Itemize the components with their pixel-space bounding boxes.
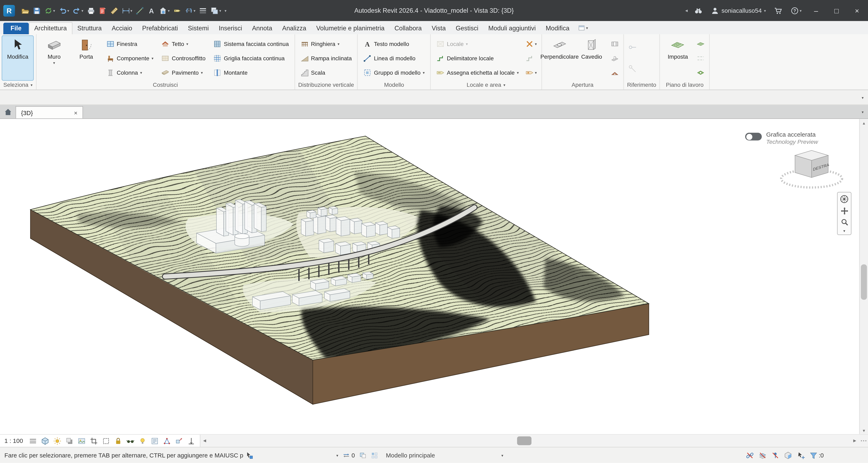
default-3d-view-button[interactable]: ▾ [157,5,172,16]
filter-button[interactable]: :0 [809,451,824,459]
scroll-down-icon[interactable]: ▼ [862,427,866,434]
close-view-icon[interactable]: × [74,109,78,116]
vertical-scrollbar[interactable]: ▲ ▼ [859,119,868,434]
pan-button[interactable] [840,207,848,215]
home-button[interactable] [0,105,16,119]
reveal-hidden-button[interactable] [138,436,147,445]
set-workplane-button[interactable]: Imposta [662,36,693,80]
reveal-constraints-button[interactable] [187,436,195,445]
thin-lines-button[interactable] [197,5,209,16]
select-links-toggle[interactable] [746,451,754,459]
drawing-area[interactable]: Grafica accelerata Technology Preview DE… [0,119,868,434]
accelerated-graphics-toggle[interactable] [745,133,762,140]
ribbon-display-toggle[interactable]: ▾ [578,24,588,34]
tab-annota[interactable]: Annota [247,23,277,34]
drag-on-selection-toggle[interactable] [797,451,805,459]
model-line-button[interactable]: Linea di modello [361,51,427,65]
sync-button[interactable]: ▾ [43,5,57,16]
options-bar-more-icon[interactable]: ▾ [862,95,864,99]
tab-gestisci[interactable]: Gestisci [451,23,484,34]
open-button[interactable] [19,5,31,16]
zoom-button[interactable] [840,218,848,226]
print-button[interactable] [85,5,97,16]
minimize-button[interactable]: – [808,3,824,18]
tab-file[interactable]: File [3,23,29,34]
tab-collabora[interactable]: Collabora [390,23,427,34]
app-store-button[interactable] [773,5,784,16]
worksets-button[interactable] [359,452,367,459]
panel-label-seleziona[interactable]: Seleziona▾ [0,80,36,90]
stair-button[interactable]: Scala [298,65,354,79]
tab-sistemi[interactable]: Sistemi [183,23,214,34]
horizontal-scrollbar[interactable]: ◀ ▶ [199,435,868,447]
search-button[interactable] [693,5,704,16]
tab-vista[interactable]: Vista [427,23,451,34]
status-expand-icon[interactable]: ▾ [336,453,338,457]
export-pdf-button[interactable] [97,5,108,16]
design-options-dropdown[interactable]: Modello principale ▾ [382,451,506,460]
design-options-button[interactable] [371,452,378,459]
workplane-viewer-button[interactable] [695,65,706,79]
scroll-up-icon[interactable]: ▲ [862,119,866,127]
detail-level-button[interactable] [29,436,37,445]
show-crop-button[interactable] [102,436,110,445]
roof-button[interactable]: Tetto▾ [159,37,208,51]
maximize-button[interactable]: □ [829,3,844,18]
revit-logo[interactable]: R [3,5,15,16]
vertical-scroll-thumb[interactable] [861,265,867,300]
select-by-face-toggle[interactable] [784,451,792,459]
area-tag-button[interactable]: ▾ [524,65,538,79]
tab-moduli-aggiuntivi[interactable]: Moduli aggiuntivi [484,23,541,34]
area-button[interactable]: ▾ [524,37,538,51]
rendering-button[interactable] [77,436,86,445]
tab-acciaio[interactable]: Acciaio [107,23,137,34]
redo-button[interactable]: ▾ [71,5,85,16]
model-text-button[interactable]: Testo modello [361,37,427,51]
component-button[interactable]: Componente▾ [104,51,156,65]
lock-3d-view-button[interactable] [114,436,122,445]
navbar-caret-icon[interactable]: ▾ [843,229,845,233]
ramp-button[interactable]: Rampa inclinata [298,51,354,65]
help-button[interactable]: ▾ [789,5,803,16]
show-workplane-button[interactable] [695,37,706,51]
wall-button[interactable]: Muro ▾ [39,36,70,80]
close-button[interactable]: × [849,3,865,18]
view-tabs-menu-icon[interactable]: ▾ [857,105,868,119]
view-tab-3d[interactable]: {3D} × [16,106,83,119]
opening-by-face-button[interactable]: Perpendicolare [544,36,575,80]
room-tag-button[interactable]: Assegna etichetta al locale▾ [434,65,521,79]
vertical-opening-button[interactable] [609,51,620,65]
model-group-button[interactable]: Gruppo di modello▾ [361,65,427,79]
crop-view-button[interactable] [90,436,98,445]
undo-button[interactable]: ▾ [57,5,71,16]
wall-opening-button[interactable] [609,37,620,51]
tab-analizza[interactable]: Analizza [277,23,311,34]
select-underlay-toggle[interactable] [758,451,767,459]
visual-style-button[interactable] [41,436,49,445]
section-button[interactable]: ▾ [183,5,197,16]
displacement-sets-button[interactable] [175,436,183,445]
temporary-view-properties-button[interactable] [150,436,158,445]
tag-button[interactable] [172,5,183,16]
temporary-hide-isolate-button[interactable] [126,436,134,445]
scroll-right-icon[interactable]: ▶ [850,439,859,443]
scroll-left-icon[interactable]: ◀ [200,439,209,443]
viewcube[interactable]: DESTRA [776,139,847,195]
dormer-opening-button[interactable] [609,65,620,79]
panel-label-locale-e-area[interactable]: Locale e area▾ [431,80,541,90]
text-button[interactable] [146,5,157,16]
horizontal-scroll-thumb[interactable] [517,436,531,445]
railing-button[interactable]: Ringhiera▾ [298,37,354,51]
switch-windows-button[interactable]: ▾ [209,5,223,16]
room-separator-button[interactable]: Delimitatore locale [434,51,521,65]
full-navigation-wheel-button[interactable] [839,194,849,204]
column-button[interactable]: Colonna▾ [104,65,156,79]
measure-button[interactable] [108,5,120,16]
analytical-model-button[interactable] [163,436,171,445]
3d-model-canvas[interactable] [0,119,860,434]
select-pinned-toggle[interactable] [771,451,779,459]
tab-architettura[interactable]: Architettura [29,22,72,35]
tab-struttura[interactable]: Struttura [72,23,106,34]
shadows-button[interactable] [65,436,73,445]
curtain-grid-button[interactable]: Griglia facciata continua [211,51,291,65]
